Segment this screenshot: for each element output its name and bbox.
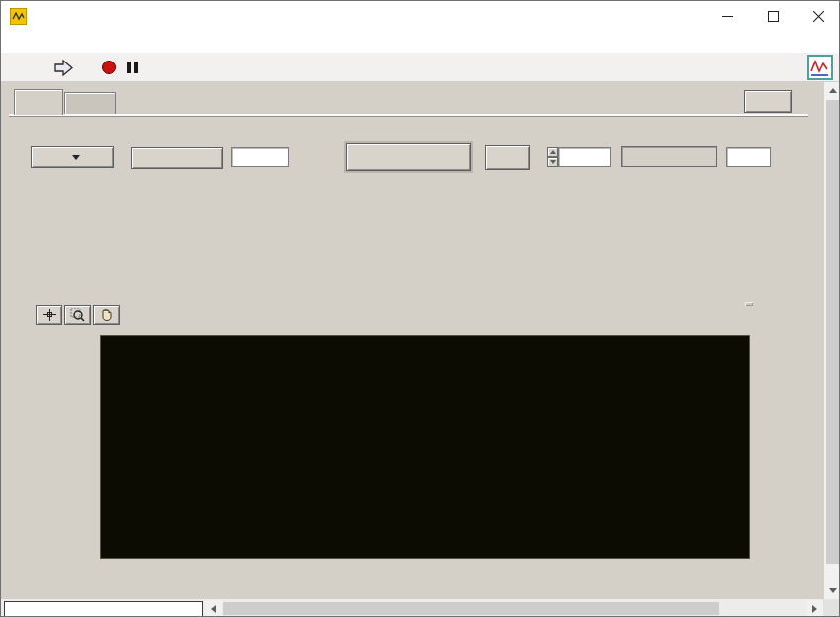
arrow-up-icon (829, 88, 837, 93)
abort-button[interactable] (98, 57, 120, 78)
requested-equals-previous-button[interactable] (346, 143, 471, 171)
app-icon (10, 8, 27, 25)
vi-icon-button[interactable] (806, 55, 834, 80)
spin-down-icon[interactable] (547, 157, 558, 167)
spin-up-icon[interactable] (547, 147, 558, 157)
steps-readout-field[interactable] (726, 147, 771, 167)
bottom-strip (1, 599, 840, 617)
particle-dropdown[interactable] (31, 146, 114, 168)
scrollbar-corner (823, 599, 840, 617)
steps-spinner[interactable] (547, 147, 558, 167)
steps-field[interactable] (558, 147, 611, 167)
crosshair-icon (42, 308, 57, 322)
vi-toolbar (1, 53, 840, 82)
menu-bar (1, 31, 840, 53)
arrow-right-icon (812, 605, 817, 613)
hand-icon (99, 308, 114, 322)
cursor-tool-button[interactable] (36, 305, 62, 325)
title-bar (1, 1, 840, 31)
vi-window (0, 0, 840, 617)
vertical-scroll-thumb[interactable] (826, 100, 839, 564)
pause-button[interactable] (121, 57, 143, 78)
run-button[interactable] (53, 57, 74, 78)
plot-svg[interactable] (101, 336, 749, 558)
tab-main[interactable] (14, 89, 63, 115)
graph-palette (36, 305, 120, 325)
pan-tool-button[interactable] (93, 305, 120, 325)
pause-icon (126, 61, 139, 74)
b-rescale-field[interactable] (231, 147, 289, 167)
slider-fill (622, 147, 716, 166)
context-help-button[interactable] (779, 57, 800, 78)
zoom-tool-button[interactable] (64, 305, 91, 325)
minimize-button[interactable] (704, 1, 750, 31)
y-tick-labels (64, 335, 96, 559)
plot-legend (745, 302, 753, 306)
execution-target-indicator (4, 601, 203, 617)
reset-x-range-button[interactable] (131, 147, 223, 169)
vertical-scrollbar[interactable] (824, 82, 840, 599)
arrow-left-icon (211, 605, 216, 613)
magnifier-icon (70, 308, 85, 322)
abort-icon (101, 60, 117, 75)
chevron-down-icon (72, 155, 80, 160)
scroll-right-button[interactable] (806, 600, 823, 617)
run-arrow-icon (54, 60, 73, 76)
arrow-down-icon (829, 588, 837, 593)
scroll-left-button[interactable] (205, 600, 222, 617)
revert-button[interactable] (485, 145, 530, 170)
plot-area[interactable] (100, 335, 750, 559)
maximize-button[interactable] (750, 1, 795, 31)
tab-page-border (9, 114, 808, 116)
scroll-down-button[interactable] (824, 582, 840, 599)
done-button[interactable] (744, 90, 792, 113)
front-panel (1, 82, 824, 599)
tab-dvdt[interactable] (64, 92, 116, 115)
x-tick-labels (100, 563, 755, 577)
scroll-up-button[interactable] (824, 82, 840, 99)
steps-slider[interactable] (621, 146, 717, 167)
vi-icon (807, 55, 833, 80)
horizontal-scroll-thumb[interactable] (223, 602, 719, 615)
close-button[interactable] (795, 1, 840, 31)
